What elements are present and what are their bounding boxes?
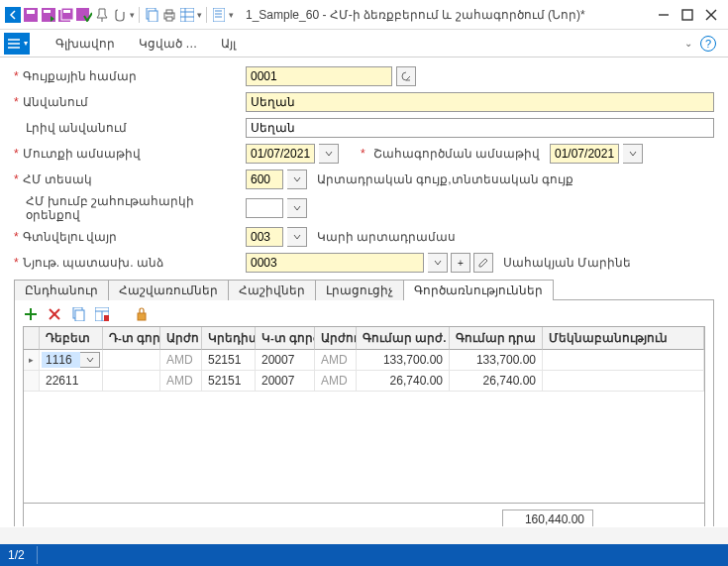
cell-debit[interactable]: 1116 [42, 352, 80, 368]
table-row[interactable]: 22611 AMD 52151 20007 AMD 26,740.00 26,7… [24, 371, 704, 392]
person-field[interactable] [246, 253, 424, 273]
cell-note[interactable] [543, 371, 704, 391]
grid-view-icon[interactable] [94, 306, 110, 322]
op-date-field[interactable] [550, 144, 619, 164]
titlebar: ▾ ▾ ▾ 1_Sample_60 - ՀՄ-ի ձեռքբերում և շա… [0, 0, 728, 30]
name-field[interactable] [246, 92, 714, 112]
copy-icon[interactable] [144, 7, 159, 23]
print-icon[interactable] [161, 7, 177, 23]
tab-accounts[interactable]: Հաշիվներ [228, 280, 316, 300]
tab-general[interactable]: Ընդհանուր [14, 280, 109, 300]
grid-dropdown-icon[interactable]: ▾ [197, 10, 202, 20]
col-credit[interactable]: Կրեդիտ [202, 327, 256, 350]
attach-icon[interactable] [112, 7, 128, 23]
label-tax-group: ՀՄ խումբ շահութահարկի օրենքով [26, 194, 246, 222]
grid-copy-icon[interactable] [70, 306, 86, 322]
cell-cur2[interactable]: AMD [315, 350, 357, 370]
status-page: 1/2 [8, 548, 25, 562]
svg-rect-34 [75, 310, 84, 321]
menu-other[interactable]: Այլ [209, 37, 248, 51]
doc-dropdown-icon[interactable]: ▾ [229, 10, 234, 20]
col-debit[interactable]: Դեբետ [40, 327, 103, 350]
col-cur1[interactable]: Արժո [160, 327, 202, 350]
fullname-field[interactable] [246, 118, 714, 138]
person-dropdown[interactable] [428, 253, 448, 273]
cell-debit[interactable]: 22611 [40, 371, 103, 391]
form-area: *Գույքային համար *Անվանում Լրիվ անվանում… [0, 57, 728, 535]
col-cpart[interactable]: Կ-տ գործ [256, 327, 315, 350]
attach-dropdown-icon[interactable]: ▾ [130, 10, 135, 20]
cell-cpart[interactable]: 20007 [256, 350, 315, 370]
grid-add-icon[interactable] [23, 306, 39, 322]
col-note[interactable]: Մեկնաբանություն [543, 327, 704, 350]
cell-cur1[interactable]: AMD [160, 350, 202, 370]
tab-additional[interactable]: Լրացուցիչ [315, 280, 404, 300]
cell-amt-cur[interactable]: 133,700.00 [357, 350, 450, 370]
location-field[interactable] [246, 227, 283, 247]
menu-attached[interactable]: Կցված … [127, 37, 209, 51]
close-icon[interactable] [699, 3, 723, 27]
menu-main[interactable]: Գլխավոր [44, 37, 127, 51]
entry-date-field[interactable] [246, 144, 315, 164]
save-ok-icon[interactable] [76, 7, 92, 23]
inventory-no-field[interactable] [246, 66, 392, 86]
cell-cpart[interactable]: 20007 [256, 371, 315, 391]
cell-credit[interactable]: 52151 [202, 350, 256, 370]
cell-dpart[interactable] [103, 371, 160, 391]
location-dropdown[interactable] [287, 227, 307, 247]
svg-rect-0 [5, 7, 21, 23]
tax-group-dropdown[interactable] [287, 198, 307, 218]
grid-icon[interactable] [179, 7, 195, 23]
save-go-icon[interactable] [41, 7, 56, 23]
type-dropdown[interactable] [287, 170, 307, 189]
collapse-menu-icon[interactable]: ⌄ [684, 38, 692, 49]
back-icon[interactable] [5, 7, 21, 23]
label-type: ՀՄ տեսակ [23, 172, 92, 186]
person-edit-button[interactable] [473, 253, 493, 273]
col-amt-dram[interactable]: Գումար դրա [450, 327, 543, 350]
help-icon[interactable]: ? [700, 36, 716, 52]
inventory-lookup-button[interactable] [396, 66, 416, 86]
cell-amt-dram[interactable]: 133,700.00 [450, 350, 543, 370]
cell-dpart[interactable] [103, 350, 160, 370]
doc-icon[interactable] [211, 7, 227, 23]
label-location: Գտնվելու վայր [23, 230, 117, 244]
label-entry-date: Մուտքի ամսաթիվ [23, 147, 141, 161]
label-op-date: Շահագործման ամսաթիվ [373, 147, 540, 161]
col-cur2[interactable]: Արժու [315, 327, 357, 350]
col-dpart[interactable]: Դ-տ գոր [103, 327, 160, 350]
cell-debit-dropdown[interactable] [80, 352, 100, 368]
person-text: Սահակյան Մարինե [503, 256, 631, 270]
entry-date-dropdown[interactable] [319, 144, 339, 164]
col-amt-cur[interactable]: Գումար արժ. [357, 327, 450, 350]
person-add-button[interactable]: + [451, 253, 470, 273]
svg-rect-14 [180, 8, 194, 22]
cell-amt-cur[interactable]: 26,740.00 [357, 371, 450, 391]
grid-lock-icon[interactable] [134, 306, 150, 322]
save-icon[interactable] [23, 7, 39, 23]
pin-icon[interactable] [94, 7, 110, 23]
cell-cur1[interactable]: AMD [160, 371, 202, 391]
type-text: Արտադրական գույք,տնտեսական գույք [317, 172, 573, 186]
tab-accounting[interactable]: Հաշվառումներ [108, 280, 229, 300]
save-all-icon[interactable] [58, 7, 74, 23]
menu-logo-icon[interactable]: ▾ [4, 33, 30, 55]
location-text: Կարի արտադրամաս [317, 230, 456, 244]
tab-operations[interactable]: Գործառնություններ [403, 280, 554, 300]
svg-rect-13 [166, 17, 172, 21]
cell-credit[interactable]: 52151 [202, 371, 256, 391]
operations-grid: Դեբետ Դ-տ գոր Արժո Կրեդիտ Կ-տ գործ Արժու… [23, 326, 705, 535]
svg-rect-39 [138, 313, 146, 320]
scrollbar-h[interactable] [0, 526, 728, 544]
op-date-dropdown[interactable] [623, 144, 643, 164]
grid-delete-icon[interactable] [47, 306, 62, 322]
type-field[interactable] [246, 170, 283, 189]
minimize-icon[interactable] [652, 3, 676, 27]
maximize-icon[interactable] [676, 3, 699, 27]
tax-group-field[interactable] [246, 198, 283, 218]
svg-rect-18 [213, 8, 225, 22]
table-row[interactable]: ▸ 1116 AMD 52151 20007 AMD 133,700.00 13… [24, 350, 704, 371]
cell-amt-dram[interactable]: 26,740.00 [450, 371, 543, 391]
cell-note[interactable] [543, 350, 704, 370]
cell-cur2[interactable]: AMD [315, 371, 357, 391]
